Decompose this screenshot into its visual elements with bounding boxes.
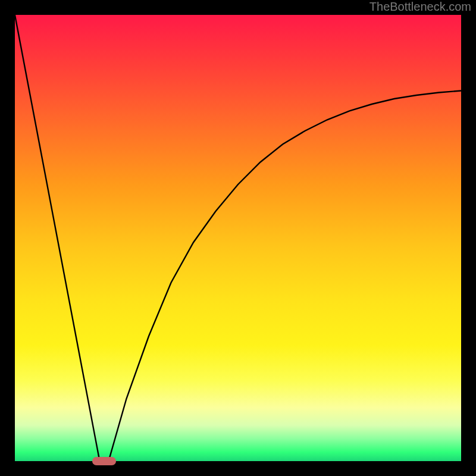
watermark-text: TheBottleneck.com <box>369 0 471 14</box>
minimum-marker <box>92 457 116 465</box>
bottleneck-curve <box>15 15 461 461</box>
chart-frame: TheBottleneck.com <box>0 0 476 476</box>
chart-curve-layer <box>15 15 461 461</box>
